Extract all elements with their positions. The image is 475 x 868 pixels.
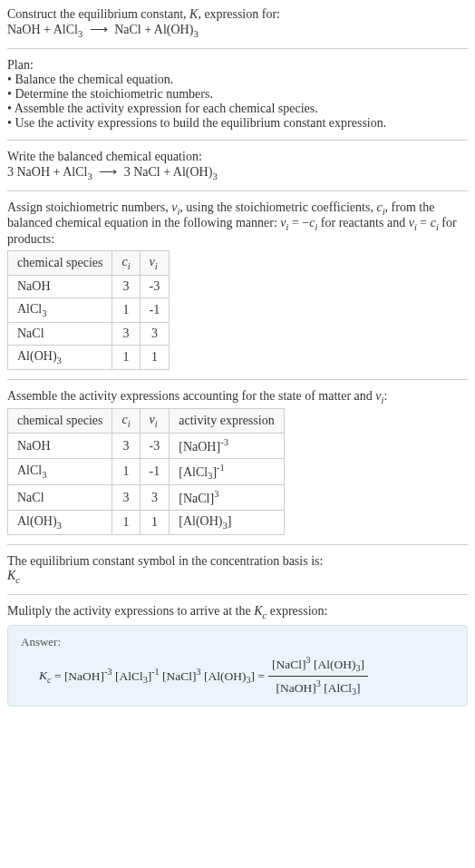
cell-expr: [NaCl]3 [170, 485, 284, 511]
plan-item: • Balance the chemical equation. [7, 73, 468, 87]
stoich-section: Assign stoichiometric numbers, νi, using… [7, 200, 468, 370]
plan-section: Plan: • Balance the chemical equation. •… [7, 58, 468, 131]
stoich-table: chemical species ci νi NaOH3-3 AlCl31-1 … [7, 250, 170, 369]
cell-species: AlCl3 [8, 458, 112, 484]
col-expr: activity expression [170, 409, 284, 434]
cell-c: 3 [112, 275, 140, 297]
cell-c: 1 [112, 510, 140, 534]
cell-v: -1 [140, 297, 170, 322]
cell-expr: [Al(OH)3] [170, 510, 284, 534]
cell-c: 3 [112, 434, 140, 459]
col-c: ci [112, 409, 140, 434]
table-row: NaCl33 [8, 322, 170, 345]
cell-v: 3 [140, 322, 170, 345]
table-header-row: chemical species ci νi [8, 251, 170, 276]
cell-expr: [AlCl3]-1 [170, 458, 284, 484]
activity-section: Assemble the activity expressions accoun… [7, 389, 468, 535]
activity-table: chemical species ci νi activity expressi… [7, 408, 285, 534]
table-header-row: chemical species ci νi activity expressi… [8, 409, 285, 434]
col-species: chemical species [8, 409, 112, 434]
stoich-text: Assign stoichiometric numbers, νi, using… [7, 200, 468, 248]
answer-equation: Kc = [NaOH]-3 [AlCl3]-1 [NaCl]3 [Al(OH)3… [21, 655, 454, 696]
cell-species: NaCl [8, 322, 112, 345]
answer-box: Answer: Kc = [NaOH]-3 [AlCl3]-1 [NaCl]3 … [7, 625, 468, 706]
cell-species: Al(OH)3 [8, 345, 112, 369]
col-species: chemical species [8, 251, 112, 276]
cell-c: 1 [112, 297, 140, 322]
fraction: [NaCl]3 [Al(OH)3] [NaOH]3 [AlCl3] [268, 655, 368, 696]
table-row: NaOH3-3[NaOH]-3 [8, 434, 285, 459]
table-row: Al(OH)311[Al(OH)3] [8, 510, 285, 534]
divider [7, 140, 468, 141]
divider [7, 48, 468, 49]
table-row: NaCl33[NaCl]3 [8, 485, 285, 511]
divider [7, 594, 468, 595]
cell-c: 1 [112, 458, 140, 484]
cell-species: AlCl3 [8, 297, 112, 322]
col-c: ci [112, 251, 140, 276]
table-row: Al(OH)311 [8, 345, 170, 369]
cell-species: Al(OH)3 [8, 510, 112, 534]
cell-v: 1 [140, 510, 170, 534]
intro-text: Construct the equilibrium constant, K, e… [7, 7, 468, 22]
cell-v: -3 [140, 434, 170, 459]
cell-v: -1 [140, 458, 170, 484]
cell-c: 3 [112, 322, 140, 345]
divider [7, 379, 468, 380]
col-v: νi [140, 251, 170, 276]
plan-item: • Use the activity expressions to build … [7, 116, 468, 131]
plan-heading: Plan: [7, 58, 468, 73]
plan-item: • Assemble the activity expression for e… [7, 102, 468, 116]
balanced-section: Write the balanced chemical equation: 3 … [7, 150, 468, 181]
symbol-text: The equilibrium constant symbol in the c… [7, 554, 468, 569]
table-row: NaOH3-3 [8, 275, 170, 297]
symbol-section: The equilibrium constant symbol in the c… [7, 554, 468, 585]
symbol-value: Kc [7, 569, 468, 585]
cell-v: -3 [140, 275, 170, 297]
col-v: νi [140, 409, 170, 434]
table-row: AlCl31-1[AlCl3]-1 [8, 458, 285, 484]
fraction-denominator: [NaOH]3 [AlCl3] [273, 677, 364, 697]
multiply-section: Mulitply the activity expressions to arr… [7, 604, 468, 620]
balanced-heading: Write the balanced chemical equation: [7, 150, 468, 164]
cell-v: 1 [140, 345, 170, 369]
answer-label: Answer: [21, 635, 454, 649]
intro-equation: NaOH + AlCl3 ⟶ NaCl + Al(OH)3 [7, 22, 468, 39]
fraction-numerator: [NaCl]3 [Al(OH)3] [268, 655, 368, 676]
cell-expr: [NaOH]-3 [170, 434, 284, 459]
table-row: AlCl31-1 [8, 297, 170, 322]
cell-species: NaCl [8, 485, 112, 511]
balanced-equation: 3 NaOH + AlCl3 ⟶ 3 NaCl + Al(OH)3 [7, 164, 468, 181]
divider [7, 544, 468, 545]
cell-v: 3 [140, 485, 170, 511]
cell-c: 3 [112, 485, 140, 511]
cell-species: NaOH [8, 434, 112, 459]
cell-species: NaOH [8, 275, 112, 297]
multiply-text: Mulitply the activity expressions to arr… [7, 604, 468, 620]
divider [7, 190, 468, 191]
activity-text: Assemble the activity expressions accoun… [7, 389, 468, 405]
cell-c: 1 [112, 345, 140, 369]
intro-section: Construct the equilibrium constant, K, e… [7, 7, 468, 39]
plan-item: • Determine the stoichiometric numbers. [7, 87, 468, 102]
